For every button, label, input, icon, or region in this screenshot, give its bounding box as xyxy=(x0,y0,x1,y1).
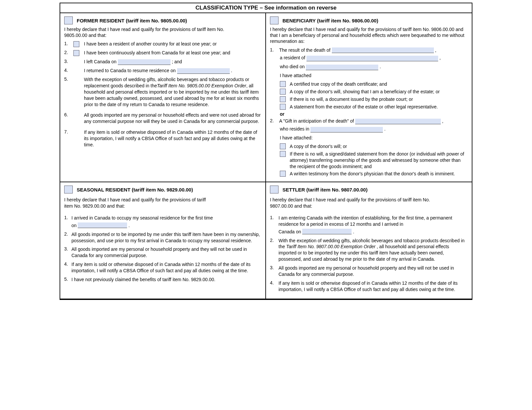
settler-title: SETTLER (tariff item No. 9807.00.00) xyxy=(282,187,367,192)
seasonal-intro: I hereby declare that I have read and qu… xyxy=(64,197,216,209)
beneficiary-title: BENEFICIARY (tariff item No. 9806.00.00) xyxy=(282,18,378,23)
former-intro: I hereby declare that I have read and qu… xyxy=(64,26,229,38)
settler-checkbox[interactable] xyxy=(270,186,279,193)
former-return-date-field[interactable] xyxy=(177,68,230,74)
resides-in-field[interactable] xyxy=(310,127,383,132)
settler-intro: I hereby declare that I have read and qu… xyxy=(270,197,441,209)
ben-a2-cb[interactable] xyxy=(280,89,286,95)
seasonal-checkbox[interactable] xyxy=(64,186,73,193)
ben-a3-cb[interactable] xyxy=(280,96,286,102)
gift-anticipation-field[interactable] xyxy=(355,119,441,124)
form-header: CLASSIFICATION TYPE – See information on… xyxy=(60,3,472,13)
settler-section: SETTLER (tariff item No. 9807.00.00) I h… xyxy=(266,182,472,299)
classification-form: CLASSIFICATION TYPE – See information on… xyxy=(60,3,472,300)
ben-a1-cb[interactable] xyxy=(280,81,286,87)
ben-b1-cb[interactable] xyxy=(280,143,286,149)
died-on-field[interactable] xyxy=(306,65,378,70)
ben-b3-cb[interactable] xyxy=(280,171,286,177)
former-resident-title: FORMER RESIDENT (tariff item No. 9805.00… xyxy=(77,18,187,23)
beneficiary-section: BENEFICIARY (tariff item No. 9806.00.00)… xyxy=(266,13,472,182)
resident-of-field[interactable] xyxy=(306,56,438,61)
beneficiary-checkbox[interactable] xyxy=(270,16,279,24)
former-resident-checkbox[interactable] xyxy=(64,16,73,24)
ben-b2-cb[interactable] xyxy=(280,151,286,157)
seasonal-section: SEASONAL RESIDENT (tariff item No. 9829.… xyxy=(60,182,266,299)
former-resident-section: FORMER RESIDENT (tariff item No. 9805.00… xyxy=(60,13,266,182)
death-of-field[interactable] xyxy=(332,47,434,53)
former-cb-2[interactable] xyxy=(73,50,79,56)
beneficiary-intro: I hereby declare that I have read and qu… xyxy=(270,26,468,44)
former-left-date-field[interactable] xyxy=(118,59,171,65)
seasonal-title: SEASONAL RESIDENT (tariff item No. 9829.… xyxy=(77,187,193,192)
ben-a4-cb[interactable] xyxy=(280,104,286,110)
seasonal-arrival-field[interactable] xyxy=(78,222,127,228)
settler-arrival-field[interactable] xyxy=(302,229,352,234)
former-cb-1[interactable] xyxy=(73,41,79,47)
